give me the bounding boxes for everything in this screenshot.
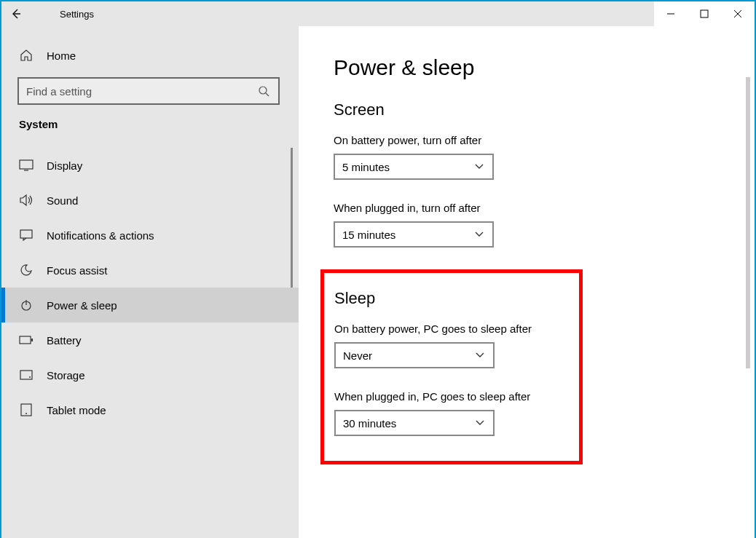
- svg-rect-12: [31, 339, 33, 341]
- notifications-icon: [19, 228, 34, 242]
- screen-battery-label: On battery power, turn off after: [334, 134, 720, 146]
- maximize-button[interactable]: [688, 1, 721, 26]
- svg-rect-11: [20, 336, 31, 344]
- search-input[interactable]: [26, 85, 256, 98]
- minimize-button[interactable]: [654, 1, 688, 26]
- nav-item-sound[interactable]: Sound: [1, 183, 299, 218]
- window-controls: [654, 1, 755, 26]
- display-icon: [19, 158, 34, 173]
- nav-label: Battery: [47, 334, 82, 347]
- nav-label: Notifications & actions: [47, 229, 154, 242]
- arrow-left-icon: [10, 8, 22, 20]
- nav-item-storage[interactable]: Storage: [1, 357, 299, 392]
- sleep-battery-dropdown[interactable]: Never: [334, 342, 495, 368]
- svg-rect-13: [20, 371, 32, 379]
- sleep-battery-label: On battery power, PC goes to sleep after: [334, 323, 557, 335]
- nav-item-battery[interactable]: Battery: [1, 323, 299, 357]
- chevron-down-icon: [473, 229, 485, 240]
- minimize-icon: [666, 9, 675, 18]
- nav-label: Storage: [47, 369, 85, 381]
- svg-point-16: [25, 413, 27, 414]
- sidebar-category: System: [1, 118, 299, 148]
- sidebar: Home System Display Sound N: [1, 26, 299, 538]
- chevron-down-icon: [474, 349, 486, 361]
- sleep-plugged-dropdown[interactable]: 30 minutes: [334, 410, 495, 436]
- tablet-icon: [19, 403, 34, 417]
- nav-home[interactable]: Home: [1, 41, 299, 77]
- storage-icon: [19, 368, 34, 382]
- nav-label: Focus assist: [47, 264, 107, 277]
- nav-item-focus-assist[interactable]: Focus assist: [1, 253, 299, 288]
- sleep-heading: Sleep: [334, 289, 557, 308]
- nav-item-notifications[interactable]: Notifications & actions: [1, 218, 299, 253]
- nav-item-tablet-mode[interactable]: Tablet mode: [1, 392, 299, 427]
- chevron-down-icon: [474, 417, 486, 429]
- dropdown-value: 30 minutes: [343, 417, 474, 430]
- dropdown-value: Never: [343, 349, 474, 362]
- svg-point-4: [259, 87, 267, 94]
- nav-item-power-sleep[interactable]: Power & sleep: [1, 288, 299, 323]
- nav-label: Power & sleep: [47, 299, 117, 312]
- main-content: Power & sleep Screen On battery power, t…: [299, 26, 755, 538]
- sound-icon: [19, 193, 34, 207]
- screen-heading: Screen: [334, 100, 720, 119]
- maximize-icon: [700, 9, 709, 18]
- chevron-down-icon: [473, 161, 485, 173]
- svg-line-5: [266, 93, 269, 96]
- search-box[interactable]: [17, 77, 280, 105]
- focus-assist-icon: [19, 263, 34, 277]
- page-title: Power & sleep: [334, 55, 720, 80]
- title-bar: Settings: [1, 1, 755, 26]
- sleep-plugged-label: When plugged in, PC goes to sleep after: [334, 390, 557, 403]
- nav-home-label: Home: [47, 50, 76, 62]
- svg-rect-6: [20, 160, 33, 169]
- close-icon: [733, 9, 742, 18]
- window-title: Settings: [31, 9, 94, 20]
- nav-item-display[interactable]: Display: [1, 148, 299, 183]
- nav-list: Display Sound Notifications & actions Fo…: [1, 148, 299, 427]
- main-scrollbar[interactable]: [746, 77, 750, 368]
- back-button[interactable]: [1, 1, 31, 26]
- screen-plugged-label: When plugged in, turn off after: [334, 202, 720, 214]
- close-button[interactable]: [721, 1, 755, 26]
- search-icon: [256, 84, 271, 98]
- svg-rect-8: [20, 230, 32, 238]
- screen-plugged-dropdown[interactable]: 15 minutes: [334, 221, 494, 248]
- dropdown-value: 15 minutes: [342, 229, 473, 241]
- screen-battery-dropdown[interactable]: 5 minutes: [334, 154, 494, 180]
- nav-label: Sound: [47, 194, 78, 207]
- svg-rect-1: [701, 10, 708, 17]
- battery-icon: [19, 333, 34, 347]
- home-icon: [19, 48, 34, 63]
- nav-label: Display: [47, 159, 82, 172]
- power-icon: [19, 298, 34, 312]
- svg-point-14: [29, 376, 31, 378]
- sleep-highlight-box: Sleep On battery power, PC goes to sleep…: [320, 269, 583, 464]
- dropdown-value: 5 minutes: [342, 161, 473, 173]
- nav-label: Tablet mode: [47, 404, 106, 416]
